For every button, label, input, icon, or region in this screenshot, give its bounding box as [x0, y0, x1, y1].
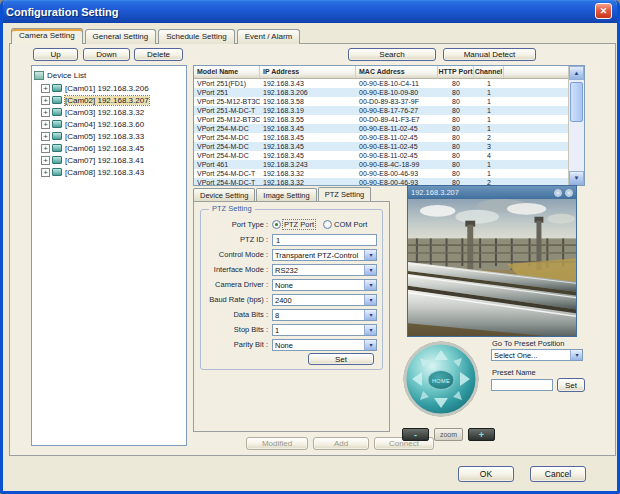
tab-device-setting[interactable]: Device Setting: [193, 188, 255, 201]
expand-plus-icon[interactable]: +: [41, 84, 50, 93]
parity-bit-row: Parity Bit : None: [206, 337, 377, 352]
device-list-label: Device List: [47, 71, 86, 80]
stop-bits-row: Stop Bits : 1: [206, 322, 377, 337]
ptz-id-input[interactable]: 1: [272, 234, 377, 246]
chevron-down-icon[interactable]: [364, 310, 376, 320]
table-row[interactable]: VPort 254-M-DC 192.168.3.45 00-90-E8-11-…: [194, 151, 568, 160]
scroll-up-icon[interactable]: ▲: [569, 66, 584, 80]
tab-event-alarm[interactable]: Event / Alarm: [237, 29, 301, 44]
snapshot-icon[interactable]: [565, 189, 573, 197]
device-tree-item[interactable]: + [Cam02] 192.168.3.207: [41, 94, 184, 106]
audio-icon[interactable]: [554, 189, 562, 197]
col-ip-address[interactable]: IP Address: [260, 66, 356, 78]
com-port-radio[interactable]: [323, 220, 332, 229]
col-http-port[interactable]: HTTP Port: [438, 66, 474, 78]
chevron-down-icon[interactable]: [364, 250, 376, 260]
table-row[interactable]: VPort 254-M-DC 192.168.3.45 00-90-E8-11-…: [194, 124, 568, 133]
table-row[interactable]: VPort 251-M-DC-T 192.168.3.19 00-90-E8-1…: [194, 106, 568, 115]
preset-name-label: Preset Name: [492, 368, 536, 377]
table-scrollbar[interactable]: ▲ ▼: [568, 66, 584, 185]
zoom-label-button[interactable]: zoom: [434, 428, 463, 441]
delete-button[interactable]: Delete: [134, 48, 183, 61]
ok-button[interactable]: OK: [458, 466, 514, 482]
ptz-port-radio-label[interactable]: PTZ Port: [283, 220, 315, 229]
scrollbar-thumb[interactable]: [570, 82, 583, 122]
tab-image-setting[interactable]: Image Setting: [256, 188, 316, 201]
expand-plus-icon[interactable]: +: [41, 156, 50, 165]
modified-button[interactable]: Modified: [246, 437, 308, 450]
chevron-down-icon[interactable]: [570, 350, 582, 360]
preview-ip-label: 192.168.3.207: [411, 188, 551, 197]
camera-preview: 192.168.3.207: [407, 185, 577, 337]
ptz-joystick[interactable]: HOME: [403, 341, 479, 417]
camera-driver-select[interactable]: None: [272, 279, 377, 291]
baud-rate-select[interactable]: 2400: [272, 294, 377, 306]
camera-table: Model Name IP Address MAC Address HTTP P…: [193, 65, 585, 186]
device-tree-item[interactable]: + [Cam01] 192.168.3.206: [41, 82, 184, 94]
table-row[interactable]: VPort 25-M12-BT3C 192.168.3.58 00-D0-89-…: [194, 97, 568, 106]
device-list-root[interactable]: Device List: [34, 69, 184, 82]
device-tree-item[interactable]: + [Cam04] 192.168.3.60: [41, 118, 184, 130]
chevron-down-icon[interactable]: [364, 325, 376, 335]
table-row[interactable]: VPort 461 192.168.3.243 00-90-E8-4C-18-9…: [194, 160, 568, 169]
preset-set-button[interactable]: Set: [557, 378, 585, 392]
expand-plus-icon[interactable]: +: [41, 168, 50, 177]
close-button[interactable]: ✕: [595, 3, 612, 19]
table-row[interactable]: VPort 251 192.168.3.206 00-90-E8-10-09-8…: [194, 88, 568, 97]
chevron-down-icon[interactable]: [364, 265, 376, 275]
expand-plus-icon[interactable]: +: [41, 144, 50, 153]
configuration-setting-dialog: Configuration Setting ✕ Camera Setting G…: [0, 0, 620, 494]
control-mode-select[interactable]: Transparent PTZ-Control: [272, 249, 377, 261]
tab-camera-setting[interactable]: Camera Setting: [11, 28, 83, 44]
search-button[interactable]: Search: [348, 48, 436, 61]
device-tree-item[interactable]: + [Cam06] 192.168.3.45: [41, 142, 184, 154]
chevron-down-icon[interactable]: [364, 295, 376, 305]
device-tree-item[interactable]: + [Cam05] 192.168.3.33: [41, 130, 184, 142]
down-button[interactable]: Down: [83, 48, 130, 61]
col-channel[interactable]: Channel: [474, 66, 504, 78]
table-row[interactable]: VPort 25-M12-BT3C 192.168.3.55 00-D0-89-…: [194, 115, 568, 124]
expand-plus-icon[interactable]: +: [41, 120, 50, 129]
cancel-button[interactable]: Cancel: [530, 466, 586, 482]
stop-bits-select[interactable]: 1: [272, 324, 377, 336]
home-label: HOME: [432, 378, 450, 384]
main-tabstrip: Camera Setting General Setting Schedule …: [11, 29, 300, 44]
parity-bit-select[interactable]: None: [272, 339, 377, 351]
preset-name-input[interactable]: [491, 379, 553, 391]
scroll-down-icon[interactable]: ▼: [569, 171, 584, 185]
col-model-name[interactable]: Model Name: [194, 66, 260, 78]
col-mac-address[interactable]: MAC Address: [356, 66, 438, 78]
camera-icon: [52, 168, 62, 176]
ptz-port-radio[interactable]: [272, 220, 281, 229]
ptz-set-button[interactable]: Set: [308, 353, 374, 365]
table-body: VPort 251(FD1) 192.168.3.43 00-90-E8-10-…: [194, 79, 568, 186]
chevron-down-icon[interactable]: [364, 280, 376, 290]
zoom-in-button[interactable]: +: [468, 428, 495, 441]
table-row[interactable]: VPort 254-M-DC 192.168.3.45 00-90-E8-11-…: [194, 133, 568, 142]
device-tree-item[interactable]: + [Cam08] 192.168.3.43: [41, 166, 184, 178]
data-bits-select[interactable]: 8: [272, 309, 377, 321]
tab-general-setting[interactable]: General Setting: [85, 29, 157, 44]
add-button[interactable]: Add: [313, 437, 369, 450]
table-row[interactable]: VPort 254-M-DC-T 192.168.3.32 00-90-E8-0…: [194, 169, 568, 178]
setting-tabstrip: Device Setting Image Setting PTZ Setting: [193, 188, 371, 201]
camera-preview-image: [408, 199, 576, 336]
ptz-id-row: PTZ ID : 1: [206, 232, 377, 247]
manual-detect-button[interactable]: Manual Detect: [443, 48, 536, 61]
camera-driver-row: Camera Driver : None: [206, 277, 377, 292]
tab-schedule-setting[interactable]: Schedule Setting: [158, 29, 235, 44]
table-row[interactable]: VPort 251(FD1) 192.168.3.43 00-90-E8-10-…: [194, 79, 568, 88]
chevron-down-icon[interactable]: [364, 340, 376, 350]
interface-mode-select[interactable]: RS232: [272, 264, 377, 276]
expand-plus-icon[interactable]: +: [41, 132, 50, 141]
up-button[interactable]: Up: [33, 48, 78, 61]
table-row[interactable]: VPort 254-M-DC 192.168.3.45 00-90-E8-11-…: [194, 142, 568, 151]
tab-ptz-setting[interactable]: PTZ Setting: [318, 187, 372, 201]
expand-plus-icon[interactable]: +: [41, 96, 50, 105]
device-tree-item[interactable]: + [Cam03] 192.168.3.32: [41, 106, 184, 118]
com-port-radio-label[interactable]: COM Port: [334, 220, 367, 229]
zoom-out-button[interactable]: -: [402, 428, 429, 441]
expand-plus-icon[interactable]: +: [41, 108, 50, 117]
device-tree-item[interactable]: + [Cam07] 192.168.3.41: [41, 154, 184, 166]
goto-preset-select[interactable]: Select One...: [491, 349, 583, 361]
